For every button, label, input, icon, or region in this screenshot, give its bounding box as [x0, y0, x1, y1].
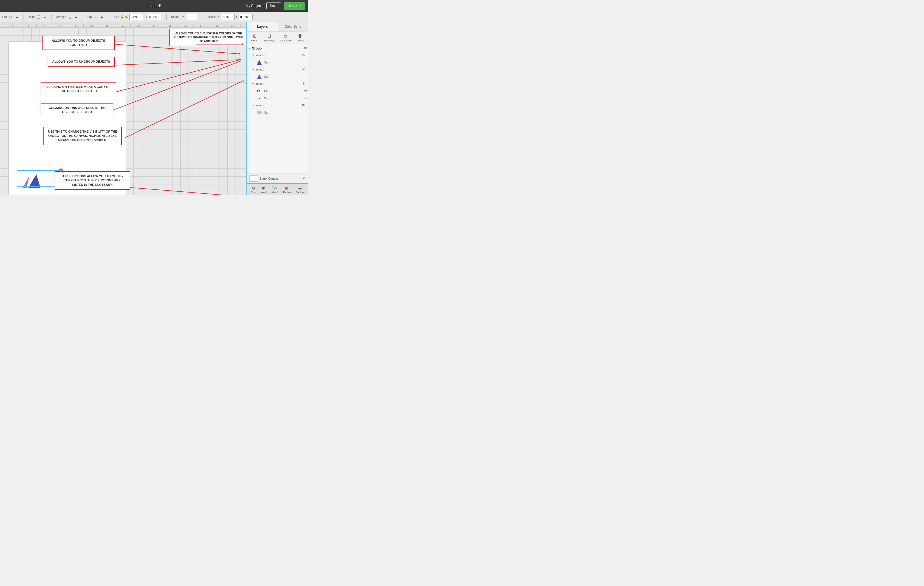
layer-3-eye-1[interactable]: 👁 — [304, 89, 308, 93]
ruler-mark: 16 — [178, 24, 193, 27]
layer-4-shape — [256, 109, 262, 115]
edit-icon[interactable]: ✂ — [8, 14, 14, 20]
layer-3-eye-2[interactable]: 👁 — [304, 96, 308, 100]
delete-button[interactable]: 🗑 Delete — [297, 34, 304, 42]
layer-4-sub: Cut — [247, 109, 308, 116]
my-projects-button[interactable]: My Projects — [246, 4, 264, 8]
align-icon2[interactable]: ▸ — [43, 14, 47, 20]
group-icon: ⊞ — [253, 33, 256, 39]
align-icon[interactable]: ☰ — [36, 14, 41, 20]
group-button[interactable]: ⊞ Group — [251, 33, 258, 42]
x-input[interactable] — [221, 14, 234, 20]
annotation-modify: THESE OPTIONS ALLOW YOU TO MODIFY THE OB… — [54, 171, 130, 190]
flip-h-icon[interactable]: ↔ — [93, 14, 99, 20]
blank-canvas-label: Blank Canvas — [259, 177, 279, 180]
slice-label: Slice — [251, 191, 256, 194]
size-label: Size — [114, 15, 119, 18]
layer-2-cut: Cut — [264, 75, 269, 78]
right-panel: Layers Color Sync ⊞ Group ⊟ UnGroup ⧉ Du… — [246, 22, 308, 195]
ruler-mark: 11 — [99, 24, 115, 27]
attach-button[interactable]: 📎 Attach — [270, 185, 280, 194]
ruler-mark: 14 — [146, 24, 162, 27]
height-input[interactable] — [148, 14, 162, 20]
contour-label: Contour — [296, 191, 305, 194]
group-label-text: Group — [252, 46, 262, 50]
edit-icon2[interactable]: ▸ — [15, 14, 19, 20]
width-input[interactable] — [129, 14, 144, 20]
layer-1-eye[interactable]: 👁 — [302, 53, 306, 58]
annotation-color-sync: ALLOWS YOU TO CHANGE THE COLORS OF THE O… — [169, 29, 246, 46]
divider3 — [82, 14, 83, 20]
ruler-mark: 17 — [193, 24, 209, 27]
width-label: W — [125, 15, 128, 19]
layer-2-eye[interactable]: 👁 — [302, 67, 306, 72]
annotation-delete-text: CLICKING ON THIS WILL DELETE THE OBJECT … — [49, 106, 105, 114]
slice-icon: ⊗ — [252, 186, 255, 191]
canvas-area[interactable]: 5 6 7 8 9 10 11 12 13 14 15 16 17 18 19 … — [0, 22, 246, 195]
layer-2-sub: Cut — [247, 73, 308, 80]
layer-2-sub-left: Cut — [256, 74, 269, 80]
canvas-eye-icon[interactable]: 👁 — [302, 176, 306, 181]
y-input[interactable] — [239, 14, 252, 20]
ungroup-label: UnGroup — [264, 39, 274, 42]
annotation-visibility-text: USE THIS TO CHANGE THE VISIBILITY OF THE… — [48, 130, 117, 142]
layers-content: ▼ Group 👁 ▼ unicorn 👁 Cut — [247, 44, 308, 173]
attach-label: Attach — [271, 191, 279, 194]
duplicate-button[interactable]: ⧉ Duplicate — [280, 34, 291, 42]
bottom-tools: ⊗ Slice ⊕ Weld 📎 Attach ⊠ Flatten ◎ Cont… — [247, 183, 308, 195]
flip-v-icon[interactable]: ▸ — [100, 14, 104, 20]
x-label: X — [218, 15, 219, 18]
annotation-visibility: USE THIS TO CHANGE THE VISIBILITY OF THE… — [43, 127, 122, 145]
rotate-icon[interactable]: ↺ — [180, 14, 186, 20]
layer-1-cut: Cut — [264, 61, 269, 64]
ruler-mark: 10 — [83, 24, 99, 27]
tab-layers[interactable]: Layers — [247, 22, 278, 31]
ungroup-button[interactable]: ⊟ UnGroup — [264, 33, 274, 42]
group-label: Group — [251, 39, 258, 42]
position-label: Position — [206, 15, 216, 18]
weld-button[interactable]: ⊕ Weld — [259, 185, 268, 194]
rotate-label: Rotate — [171, 15, 179, 18]
contour-button[interactable]: ◎ Contour — [294, 185, 306, 194]
panel-tabs: Layers Color Sync — [247, 22, 308, 31]
annotation-color-sync-text: ALLOWS YOU TO CHANGE THE COLORS OF THE O… — [174, 32, 243, 43]
svg-line-8 — [125, 81, 244, 138]
rotate-input[interactable] — [187, 14, 197, 20]
layer-3-sub-2: 〜 Cut 👁 — [247, 95, 308, 102]
duplicate-icon: ⧉ — [284, 34, 287, 39]
flatten-icon: ⊠ — [285, 186, 289, 191]
canvas-panel: Blank Canvas 👁 — [247, 173, 308, 183]
layer-1-shape — [256, 59, 262, 66]
tab-color-sync[interactable]: Color Sync — [278, 22, 308, 31]
layer-1-sub: Cut — [247, 59, 308, 66]
arrange-icon2[interactable]: ▸ — [74, 14, 78, 20]
ruler-mark: 15 — [162, 24, 178, 27]
svg-line-7 — [114, 61, 241, 110]
flatten-label: Flatten — [283, 191, 291, 194]
layer-4-eye[interactable]: 👁 — [302, 103, 306, 107]
size-section: Size 🔒 W H — [114, 14, 162, 20]
group-eye-icon[interactable]: 👁 — [304, 46, 307, 51]
flip-label: Flip — [87, 15, 92, 18]
svg-text:〜: 〜 — [257, 96, 261, 100]
edit-section: Edit ✂ ▸ — [2, 14, 19, 20]
layer-3-sub-1-left: ✿ Cut — [256, 88, 269, 94]
make-it-button[interactable]: Make It — [284, 2, 305, 10]
annotation-duplicate: CLICKING ON THIS WILL MAKE A COPY OF THE… — [41, 82, 116, 96]
slice-button[interactable]: ⊗ Slice — [249, 185, 258, 194]
annotation-duplicate-text: CLICKING ON THIS WILL MAKE A COPY OF THE… — [46, 85, 111, 93]
align-section: Align ☰ ▸ — [28, 14, 47, 20]
save-button[interactable]: Save — [266, 3, 281, 9]
flatten-button[interactable]: ⊠ Flatten — [281, 185, 293, 194]
layer-3-eye[interactable]: 👁 — [302, 81, 306, 86]
main-layout: 5 6 7 8 9 10 11 12 13 14 15 16 17 18 19 … — [0, 22, 308, 195]
annotation-modify-text: THESE OPTIONS ALLOW YOU TO MODIFY THE OB… — [61, 174, 124, 186]
layer-1-chevron: ▼ — [252, 54, 254, 57]
layer-2-name: unicorn — [256, 68, 266, 71]
layer-2-left: ▼ unicorn — [252, 68, 266, 71]
annotation-ungroup-text: ALLOWS YOU TO UNGROUP OBJECTS — [52, 60, 111, 63]
ruler-mark: 5 — [5, 24, 21, 27]
layer-4-chevron: ▼ — [252, 104, 254, 107]
arrange-icon[interactable]: ⊞ — [67, 14, 73, 20]
svg-text:✿: ✿ — [257, 89, 260, 93]
